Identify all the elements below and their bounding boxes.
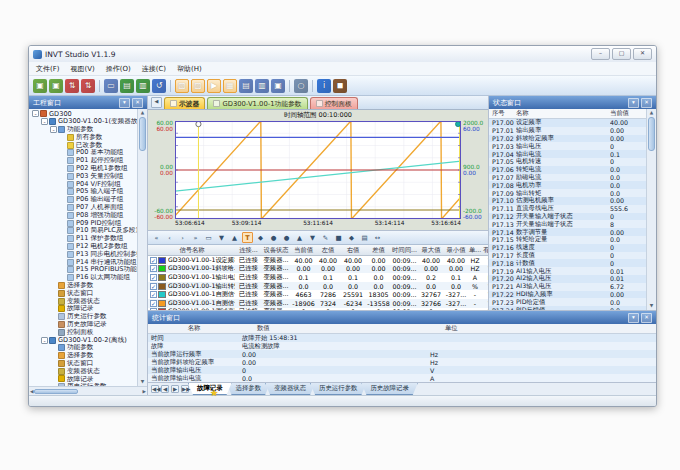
tree-item[interactable]: 故障记录 (29, 375, 137, 383)
bottom-tab[interactable]: 历史运行参数 (310, 383, 366, 395)
tree-item[interactable]: P16 以太网功能组 (29, 274, 137, 282)
tree-item[interactable]: P11 保护参数组 (29, 235, 137, 243)
column-header[interactable]: 左值 (316, 246, 340, 255)
tree-item[interactable]: 历史运行参数 (29, 313, 137, 321)
column-header[interactable]: 最大值 (418, 246, 444, 255)
tree-item[interactable]: P06 输出端子组 (29, 196, 137, 204)
record-icon[interactable]: ▦ (223, 79, 237, 93)
tab-nav-icon[interactable]: ▶▶ (181, 385, 189, 393)
waveform-view-icon[interactable]: ▨ (191, 79, 205, 93)
expander-icon[interactable]: - (32, 110, 39, 117)
checkbox[interactable]: ✓ (150, 283, 157, 290)
signal-toolbar-icon[interactable]: ◆ (255, 232, 266, 243)
column-header[interactable]: 时间间... (391, 246, 418, 255)
close-icon[interactable]: ✕ (641, 313, 652, 323)
tree-item[interactable]: 历史故障记录 (29, 321, 137, 329)
tree-item[interactable]: 变频器状态 (29, 297, 137, 305)
tab-function-params[interactable]: GD300-V1.00-1功能参数 (207, 97, 307, 109)
close-button[interactable]: ✕ (633, 48, 652, 60)
column-header[interactable]: 设备状态 (261, 246, 291, 255)
tree-item[interactable]: P00 基本功能组 (29, 149, 137, 157)
bottom-tab[interactable]: 变频器状态 (265, 383, 315, 395)
signal-toolbar-icon[interactable]: » (190, 232, 201, 243)
scroll-up-icon[interactable]: ▲ (141, 109, 144, 117)
column-header[interactable]: 数值 (240, 324, 426, 333)
tab-nav-icon[interactable]: ◀◀ (151, 385, 159, 393)
column-header[interactable]: 名称 (148, 324, 240, 333)
connect-icon[interactable]: ▣ (33, 79, 47, 93)
signal-row[interactable]: ✓GD300-V1.00-1输出电流已连接变频器...0.10.10.10.00… (148, 273, 488, 282)
column-header[interactable]: 连接... (236, 246, 261, 255)
tree-item[interactable]: -GD300-V1.00-2(离线) (29, 336, 137, 344)
oscilloscope-icon[interactable]: ▧ (175, 79, 189, 93)
close-icon[interactable]: ✕ (641, 98, 652, 108)
new-window-icon[interactable]: ▭ (104, 79, 118, 93)
signal-row[interactable]: ✓GD300-V1.00-1设定频率已连接变频器...40.0040.0040.… (148, 256, 488, 265)
checkbox[interactable]: ✓ (150, 291, 157, 298)
tab-nav-icon[interactable]: ▶ (171, 385, 179, 393)
column-header[interactable]: 差值 (366, 246, 391, 255)
column-header[interactable]: 名称 (516, 109, 610, 118)
tree-item[interactable]: P15 PROFIBUS功能组 (29, 266, 137, 274)
signal-toolbar-icon[interactable]: ● (281, 232, 292, 243)
signal-toolbar-icon[interactable]: « (151, 232, 162, 243)
menu-item[interactable]: 连接(C) (142, 64, 166, 74)
tree-item[interactable]: 控制面板 (29, 328, 137, 336)
pin-icon[interactable]: ▾ (119, 98, 130, 108)
about-icon[interactable]: i (317, 79, 331, 93)
column-header[interactable]: 有无... (482, 246, 488, 255)
scroll-right-icon[interactable]: ▶ (143, 389, 146, 394)
pin-icon[interactable]: ▾ (628, 98, 639, 108)
column-header[interactable]: 右值 (340, 246, 366, 255)
column-header[interactable]: 信号名称 (148, 246, 236, 255)
tree-horizontal-scrollbar[interactable]: ◀ ▶ (29, 386, 147, 395)
signal-row[interactable]: ✓GD300-V1.00-1斜坡给...已连接变频器...0.000.000.0… (148, 265, 488, 274)
pin-icon[interactable]: ▾ (628, 313, 639, 323)
expander-icon[interactable]: - (41, 337, 48, 344)
signal-toolbar-icon[interactable]: ▼ (216, 232, 227, 243)
menu-item[interactable]: 文件(F) (36, 64, 60, 74)
tab-oscilloscope[interactable]: 示波器 (164, 97, 205, 109)
column-header[interactable]: 序号 (489, 109, 516, 118)
tree-item[interactable]: P09 PID控制组 (29, 219, 137, 227)
tree-item[interactable]: P10 简易PLC及多段速 (29, 227, 137, 235)
column-header[interactable]: 最小值 (444, 246, 468, 255)
cascade-windows-icon[interactable]: ▤ (120, 79, 134, 93)
param-table-icon[interactable]: ▤ (239, 79, 253, 93)
tree-item[interactable]: 状态窗口 (29, 360, 137, 368)
signal-toolbar-icon[interactable]: T (242, 232, 253, 243)
tree-item[interactable]: -GD300-V1.00-1(变频器故障) (29, 118, 137, 126)
tree-vertical-scrollbar[interactable]: ▲ ▼ (137, 109, 147, 386)
tree-item[interactable]: -功能参数 (29, 126, 137, 134)
find-icon[interactable]: ○ (294, 79, 308, 93)
minimize-button[interactable]: – (591, 48, 610, 60)
maximize-button[interactable]: ▢ (612, 48, 631, 60)
tree-item[interactable]: 选择参数 (29, 352, 137, 360)
control-panel-icon[interactable]: ▣ (271, 79, 285, 93)
disconnect-icon[interactable]: ▣ (49, 79, 63, 93)
exit-icon[interactable]: ◼ (333, 79, 347, 93)
signal-toolbar-icon[interactable]: ↔ (372, 232, 383, 243)
menu-item[interactable]: 操作(O) (106, 64, 131, 74)
refresh-icon[interactable]: ↺ (152, 79, 166, 93)
download-params-icon[interactable]: ⇅ (81, 79, 95, 93)
signal-toolbar-icon[interactable]: ● (268, 232, 279, 243)
scroll-down-icon[interactable]: ▼ (141, 378, 144, 386)
tree-item[interactable]: 变频器状态 (29, 367, 137, 375)
tree-item[interactable]: P07 人机界面组 (29, 204, 137, 212)
checkbox[interactable]: ✓ (150, 274, 157, 281)
signal-toolbar-icon[interactable]: ◆ (346, 232, 357, 243)
tree-item[interactable]: P14 串行通讯功能组 (29, 258, 137, 266)
tree-item[interactable]: 功能参数 (29, 344, 137, 352)
signal-toolbar-icon[interactable]: ▭ (203, 232, 214, 243)
status-vertical-scrollbar[interactable]: ▲ ▼ (646, 109, 656, 310)
tree-item[interactable]: P13 同步电机控制参数组 (29, 250, 137, 258)
scroll-up-icon[interactable]: ▲ (650, 109, 653, 117)
tree-item[interactable]: P08 增强功能组 (29, 211, 137, 219)
param-grid-icon[interactable]: ▥ (255, 79, 269, 93)
tree-item[interactable]: 所有参数 (29, 133, 137, 141)
scroll-down-icon[interactable]: ▼ (650, 302, 653, 310)
start-monitor-icon[interactable]: ▶ (207, 79, 221, 93)
signal-row[interactable]: ✓GD300-V1.00-1自测信号2已连接变频器...-189067324-6… (148, 299, 488, 308)
scroll-left-icon[interactable]: ◀ (30, 389, 33, 394)
